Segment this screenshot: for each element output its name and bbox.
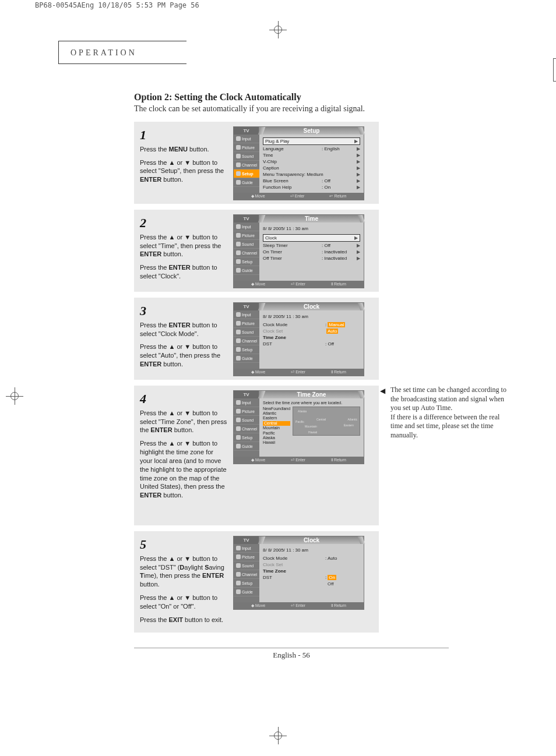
page-footer: English - 56 [58, 648, 525, 660]
intro-text: The clock can be set automatically if yo… [134, 104, 542, 114]
crop-mark-bottom [269, 727, 287, 744]
menu-panel: Plug & Play▶ Language: English▶ Time▶ V-… [259, 135, 364, 193]
step-instruction: Press the ▲ or ▼ button to select "DST" … [140, 554, 227, 589]
timezone-prompt: Select the time zone where you are locat… [263, 401, 360, 407]
step-instruction: Press the ▲ or ▼ button to select "Setup… [140, 158, 227, 185]
step-instruction: Press the EXIT button to exit. [140, 616, 227, 624]
print-slug: BP68-00545AEng 10/18/05 5:53 PM Page 56 [35, 1, 199, 9]
section-header-box: OPERATION [58, 41, 186, 64]
menu-bottom-bar: ◆Move ⏎Enter ↩Return [234, 193, 364, 200]
step-instruction: Press the ENTER button to select "Clock … [140, 321, 227, 338]
step-number: 1 [140, 126, 227, 144]
step-instruction: Press the ▲ or ▼ button to select "Time … [140, 409, 227, 435]
step-instruction: Press the MENU button. [140, 145, 227, 154]
step-number: 4 [140, 390, 227, 408]
timezone-map: Alaska Pacific Central Atlantic Mountain… [293, 407, 360, 436]
step-number: 5 [140, 536, 227, 553]
osd-screenshot-time: TV Time Input Picture Sound Channel Setu… [233, 214, 364, 288]
datetime-display: 8/ 8/ 2005/ 11 : 30 am [263, 225, 360, 234]
step-instruction: Press the ENTER button to select "Clock"… [140, 263, 227, 281]
triangle-left-icon: ◀ [380, 387, 385, 396]
step-number: 3 [140, 302, 227, 320]
menu-title: Time [259, 215, 364, 222]
osd-screenshot-clock: TV Clock Input Picture Sound Channel Set… [233, 302, 364, 376]
step-instruction: Press the ▲ or ▼ button to select "Auto"… [140, 342, 227, 369]
step-3: 3 Press the ENTER button to select "Cloc… [134, 298, 379, 380]
menu-sidebar: Input Picture Sound Channel Setup Guide [234, 135, 259, 193]
step-instruction: Press the ▲ or ▼ button to highlight the… [140, 439, 227, 500]
step-4: 4 Press the ▲ or ▼ button to select "Tim… [134, 386, 379, 525]
step-5: 5 Press the ▲ or ▼ button to select "DST… [134, 531, 379, 633]
crop-mark-right [553, 58, 556, 82]
step-2: 2 Press the ▲ or ▼ button to select "Tim… [134, 210, 379, 292]
step-1: 1 Press the MENU button. Press the ▲ or … [134, 122, 379, 204]
menu-title: Setup [259, 127, 364, 135]
step-number: 2 [140, 214, 227, 232]
crop-mark-top [269, 21, 287, 38]
menu-title: Time Zone [259, 391, 364, 398]
menu-title: Clock [259, 536, 364, 544]
osd-screenshot-setup: TV Setup Input Picture Sound Channel Set… [233, 126, 364, 200]
tv-label: TV [234, 127, 259, 135]
datetime-display: 8/ 8/ 2005/ 11 : 30 am [263, 546, 360, 555]
osd-screenshot-timezone: TV Time Zone Input Picture Sound Channel… [233, 390, 364, 464]
step-instruction: Press the ▲ or ▼ button to select "On" o… [140, 594, 227, 611]
crop-mark-left [6, 387, 23, 405]
menu-title: Clock [259, 303, 364, 310]
page-title: Option 2: Setting the Clock Automaticall… [134, 92, 542, 103]
section-header: OPERATION [71, 48, 137, 57]
datetime-display: 8/ 8/ 2005/ 11 : 30 am [263, 313, 360, 322]
side-note: ◀ The set time can be changed according … [390, 386, 513, 440]
osd-screenshot-dst: TV Clock Input Picture Sound Channel Set… [233, 536, 364, 610]
step-instruction: Press the ▲ or ▼ button to select "Time"… [140, 233, 227, 259]
timezone-list: NewFoundland Atlantic Eastern Central Mo… [263, 407, 290, 446]
